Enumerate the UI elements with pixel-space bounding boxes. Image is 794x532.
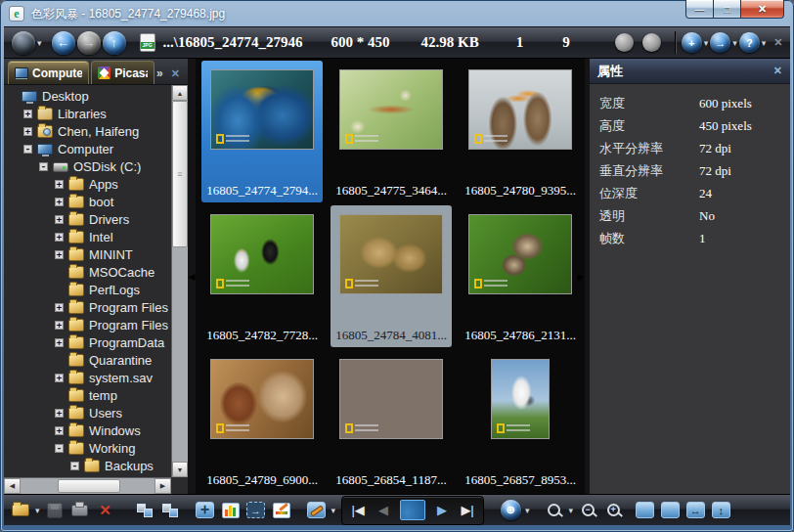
tree-scroll-thumb[interactable]: ≡ bbox=[172, 101, 188, 247]
tree-expander-icon[interactable]: + bbox=[55, 409, 64, 418]
tree-item[interactable]: + MININT bbox=[4, 245, 171, 263]
tree-expander-icon[interactable]: + bbox=[55, 303, 64, 312]
tree-item[interactable]: + Windows bbox=[4, 421, 171, 439]
tree-expander-icon[interactable]: + bbox=[55, 321, 64, 330]
zoom-tool-button[interactable] bbox=[542, 498, 567, 523]
add-orb-button[interactable]: + bbox=[682, 32, 702, 53]
open-folder-button[interactable] bbox=[8, 498, 33, 523]
histogram-button[interactable] bbox=[218, 498, 243, 523]
tree-expander-icon[interactable]: + bbox=[55, 215, 64, 224]
minimize-button[interactable]: — bbox=[685, 0, 714, 19]
edit-image-button[interactable] bbox=[269, 498, 294, 523]
thumbnail-cell[interactable]: 16805_24780_9395... bbox=[460, 61, 581, 202]
help-dropdown-icon[interactable]: ▾ bbox=[762, 38, 767, 48]
save-button[interactable] bbox=[42, 498, 67, 523]
tree-item[interactable]: + Drivers bbox=[4, 210, 171, 228]
tree-item[interactable]: - Computer bbox=[4, 140, 171, 157]
delete-button[interactable]: ✕ bbox=[93, 498, 118, 523]
tree-item[interactable]: + boot bbox=[4, 193, 171, 210]
tree-expander-icon[interactable]: + bbox=[23, 127, 32, 136]
select-region-button[interactable]: → bbox=[243, 498, 269, 523]
thumbnail-cell[interactable]: 16805_24775_3464... bbox=[331, 61, 452, 202]
tree-expander-icon[interactable]: - bbox=[55, 444, 64, 453]
help-orb-button[interactable]: ? bbox=[739, 32, 760, 53]
tree-expander-icon[interactable]: - bbox=[23, 145, 32, 154]
goto-orb-button[interactable]: → bbox=[710, 32, 730, 53]
tab-computer[interactable]: Computer bbox=[8, 61, 89, 84]
tree-item[interactable]: Quarantine bbox=[4, 351, 171, 369]
annotate-dropdown-icon[interactable]: ▾ bbox=[331, 506, 336, 515]
previous-image-button[interactable]: ◀ bbox=[371, 498, 396, 523]
scroll-left-icon[interactable]: ◀ bbox=[4, 478, 21, 494]
thumbnail-image[interactable] bbox=[210, 359, 314, 439]
settings-dropdown-icon[interactable]: ▾ bbox=[525, 506, 530, 515]
tree-expander-icon[interactable]: + bbox=[55, 233, 64, 242]
thumbnail-cell[interactable]: 16805_26854_1187... bbox=[331, 350, 452, 492]
print-button[interactable] bbox=[67, 498, 93, 523]
status-circle-1[interactable] bbox=[615, 33, 634, 52]
thumbnail-cell[interactable]: 16805_24784_4081... bbox=[331, 205, 452, 347]
tree-item[interactable]: + ProgramData bbox=[4, 333, 171, 351]
properties-close-icon[interactable]: ✕ bbox=[773, 65, 782, 77]
settings-button[interactable]: ⊕ bbox=[498, 498, 523, 523]
thumbnail-image[interactable] bbox=[339, 214, 443, 294]
tree-expander-icon[interactable]: + bbox=[55, 374, 64, 382]
tree-hscroll-thumb[interactable] bbox=[58, 479, 120, 493]
tree-item[interactable]: + Program Files (x bbox=[4, 316, 171, 333]
scroll-down-icon[interactable]: ▼ bbox=[172, 462, 188, 477]
thumbnail-image[interactable] bbox=[491, 359, 550, 439]
thumbnail-cell[interactable]: 16805_24786_2131... bbox=[460, 205, 581, 347]
thumbnail-cell[interactable]: 16805_26857_8953... bbox=[460, 350, 581, 492]
tree-item[interactable]: + Intel bbox=[4, 228, 171, 245]
zoom-in-button[interactable]: + bbox=[600, 498, 626, 523]
next-image-button[interactable]: ▶ bbox=[429, 498, 455, 523]
tree-vertical-scrollbar[interactable]: ▲ ≡ ▼ bbox=[171, 85, 188, 477]
fit-window-button[interactable] bbox=[657, 498, 683, 523]
tree-expander-icon[interactable]: - bbox=[70, 462, 79, 470]
goto-dropdown-icon[interactable]: ▾ bbox=[732, 38, 737, 48]
zoom-out-button[interactable]: − bbox=[575, 498, 600, 523]
back-button[interactable]: ← bbox=[52, 31, 75, 55]
menu-orb-button[interactable] bbox=[12, 31, 35, 55]
thumbnail-image[interactable] bbox=[210, 214, 314, 294]
annotate-button[interactable] bbox=[304, 498, 330, 523]
tree-item[interactable]: + Libraries bbox=[4, 105, 171, 122]
tree-item[interactable]: MSOCache bbox=[4, 263, 171, 281]
tree-expander-icon[interactable]: + bbox=[55, 180, 64, 189]
open-dropdown-icon[interactable]: ▾ bbox=[35, 506, 40, 515]
first-image-button[interactable]: |◀ bbox=[345, 498, 371, 523]
menu-dropdown-icon[interactable]: ▾ bbox=[37, 38, 42, 48]
zoom-dropdown-icon[interactable]: ▾ bbox=[569, 506, 574, 515]
thumbnail-cell[interactable]: 16805_24774_2794... bbox=[201, 61, 323, 202]
add-dropdown-icon[interactable]: ▾ bbox=[704, 38, 709, 48]
tree-expander-icon[interactable]: + bbox=[55, 198, 64, 206]
scroll-right-icon[interactable]: ▶ bbox=[154, 478, 171, 494]
status-circle-2[interactable] bbox=[642, 33, 661, 52]
fit-height-button[interactable]: ↕ bbox=[708, 498, 733, 523]
pan-button[interactable]: ✛ bbox=[193, 498, 218, 523]
tree-item[interactable]: - Backups bbox=[4, 457, 171, 474]
tab-overflow-icon[interactable]: » bbox=[156, 66, 163, 80]
tree-expander-icon[interactable]: - bbox=[39, 162, 48, 171]
tree-item[interactable]: temp bbox=[4, 386, 171, 404]
tree-item[interactable]: + Users bbox=[4, 404, 171, 421]
tree-item[interactable]: Desktop bbox=[4, 87, 171, 105]
tree-item[interactable]: - OSDisk (C:) bbox=[4, 157, 171, 175]
tree-horizontal-scrollbar[interactable]: ◀ ▶ bbox=[4, 477, 171, 494]
tree-item[interactable]: - Working bbox=[4, 439, 171, 457]
thumbnail-image[interactable] bbox=[468, 214, 572, 294]
sidebar-close-icon[interactable]: ✕ bbox=[171, 67, 180, 80]
tree-item[interactable]: + Program Files bbox=[4, 298, 171, 316]
tree-expander-icon[interactable]: + bbox=[23, 110, 32, 118]
fit-width-button[interactable]: ↔ bbox=[683, 498, 708, 523]
maximize-button[interactable]: □ bbox=[714, 0, 740, 19]
tree-expander-icon[interactable]: + bbox=[55, 338, 64, 347]
tree-item[interactable]: + system.sav bbox=[4, 369, 171, 386]
fit-all-button[interactable] bbox=[632, 498, 657, 523]
thumbnail-cell[interactable]: 16805_24782_7728... bbox=[201, 205, 323, 347]
tree-item[interactable]: PerfLogs bbox=[4, 281, 171, 298]
tab-picasa[interactable]: Picasa bbox=[91, 61, 154, 84]
forward-button[interactable]: → bbox=[77, 31, 101, 55]
address-path[interactable]: ...\16805_24774_27946 bbox=[163, 34, 331, 51]
last-image-button[interactable]: ▶| bbox=[455, 498, 480, 523]
